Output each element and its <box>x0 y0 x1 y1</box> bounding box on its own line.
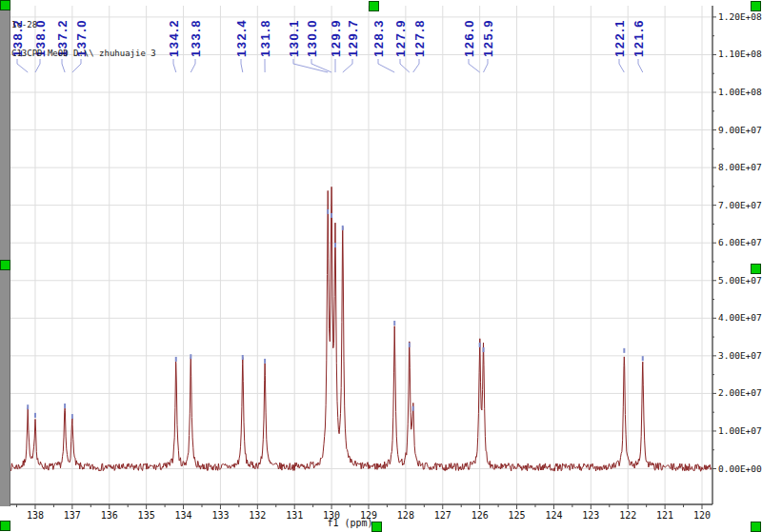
peak-label[interactable]: 121.6 <box>632 19 646 57</box>
x-tick-label: 131 <box>286 510 303 521</box>
peak-label[interactable]: 128.3 <box>371 19 386 57</box>
selection-handle-top-left[interactable] <box>0 0 10 10</box>
peak-label-connector <box>413 59 419 72</box>
peak-label-connector <box>378 59 394 72</box>
selection-handle-bottom-middle[interactable] <box>371 522 382 532</box>
y-tick-label: 0.00E+00 <box>718 463 762 474</box>
x-tick-label: 127 <box>434 510 451 521</box>
y-tick-label: 2.00E+07 <box>718 387 762 398</box>
spectrum-plot-area[interactable]: 1381371361351341331321311301291281271261… <box>0 0 762 532</box>
peak-label[interactable]: 130.0 <box>305 19 319 57</box>
y-tick-label: 5.00E+07 <box>718 275 762 286</box>
x-axis-title: f1 (ppm) <box>327 518 372 528</box>
experiment-info: C13CPD MeOD D:\\ zhuhuajie 3 <box>11 49 156 58</box>
x-tick-label: 132 <box>249 510 266 521</box>
x-tick-label: 125 <box>509 510 526 521</box>
peak-label-connector <box>241 59 243 72</box>
y-tick-label: 1.00E+07 <box>718 425 762 436</box>
nmr-spectrum-window: 1381371361351341331321311301291281271261… <box>0 0 762 532</box>
y-tick-label: 7.00E+07 <box>718 200 762 210</box>
x-tick-label: 133 <box>211 510 229 521</box>
y-tick-label: 9.00E+07 <box>718 125 762 135</box>
peak-label-connector <box>619 59 624 72</box>
selection-handle-top-middle[interactable] <box>369 1 379 11</box>
peak-label[interactable]: 122.1 <box>612 19 627 57</box>
peak-label-connector <box>638 59 643 72</box>
x-tick-label: 121 <box>656 510 673 521</box>
x-tick-label: 137 <box>64 510 81 521</box>
selection-handle-bottom-left[interactable] <box>0 521 10 531</box>
x-tick-label: 123 <box>582 510 599 521</box>
peak-label[interactable]: 131.8 <box>258 19 272 57</box>
x-tick-label: 134 <box>175 510 192 521</box>
peak-label[interactable]: 127.9 <box>393 19 408 57</box>
x-tick-label: 136 <box>101 510 118 521</box>
x-tick-label: 124 <box>545 510 562 521</box>
peak-label[interactable]: 129.7 <box>346 19 360 57</box>
peak-label[interactable]: 125.9 <box>481 19 495 57</box>
peak-label[interactable]: 129.9 <box>329 19 343 57</box>
peak-label-connector <box>173 59 176 72</box>
peak-label-connector <box>469 59 480 72</box>
selection-handle-top-right[interactable] <box>751 1 761 11</box>
y-tick-label: 8.00E+07 <box>718 162 762 172</box>
selection-handle-middle-left[interactable] <box>0 260 10 270</box>
peak-label[interactable]: 133.8 <box>189 19 203 57</box>
sample-title: 1c-28 <box>11 20 156 30</box>
peak-label-connector <box>343 59 352 72</box>
peak-label[interactable]: 132.4 <box>234 19 249 57</box>
selection-handle-middle-right[interactable] <box>751 264 761 274</box>
y-tick-label: 4.00E+07 <box>718 312 762 323</box>
peak-label-connector <box>400 59 410 72</box>
y-tick-label: 6.00E+07 <box>718 237 762 247</box>
x-tick-label: 126 <box>471 510 489 521</box>
y-tick-label: 1.10E+08 <box>718 49 762 59</box>
x-tick-label: 138 <box>27 510 44 521</box>
x-tick-label: 120 <box>693 510 711 521</box>
peak-label[interactable]: 126.0 <box>462 19 476 57</box>
x-tick-label: 128 <box>397 510 414 521</box>
y-tick-label: 1.20E+08 <box>718 11 762 22</box>
left-margin-strip <box>0 0 10 506</box>
selection-handle-bottom-right[interactable] <box>751 522 761 532</box>
y-tick-label: 3.00E+07 <box>718 350 762 361</box>
peak-label-connector <box>293 59 328 72</box>
peak-label-connector <box>190 59 195 72</box>
peak-label[interactable]: 130.1 <box>287 19 301 57</box>
peak-label[interactable]: 127.8 <box>412 19 427 57</box>
title-block: 1c-28 C13CPD MeOD D:\\ zhuhuajie 3 <box>11 1 156 77</box>
y-tick-label: 1.00E+08 <box>718 87 762 97</box>
peak-label[interactable]: 134.2 <box>167 19 181 57</box>
x-tick-label: 122 <box>619 510 636 521</box>
peak-label-connector <box>484 59 489 72</box>
spectrum-trace <box>10 187 712 471</box>
x-tick-label: 135 <box>138 510 155 521</box>
